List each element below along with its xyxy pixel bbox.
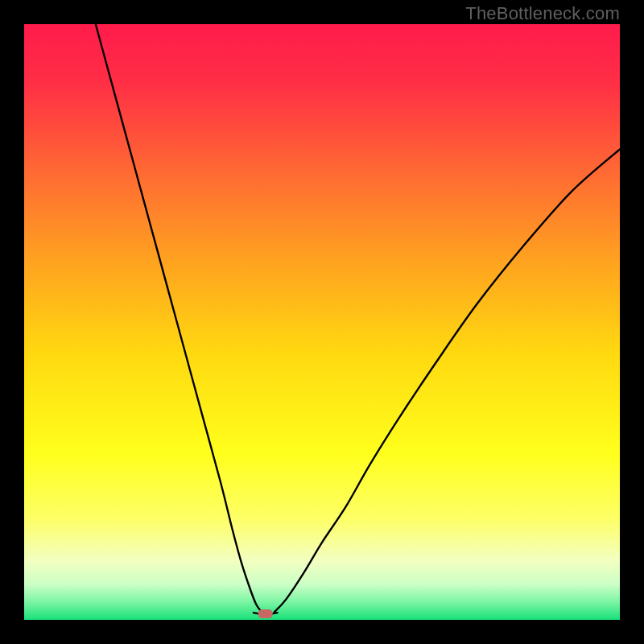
valley-marker [258,609,273,618]
chart-svg [24,24,620,620]
outer-frame: TheBottleneck.com [0,0,644,644]
chart-plot-area [24,24,620,620]
watermark-text: TheBottleneck.com [465,3,620,24]
gradient-background [24,24,620,620]
